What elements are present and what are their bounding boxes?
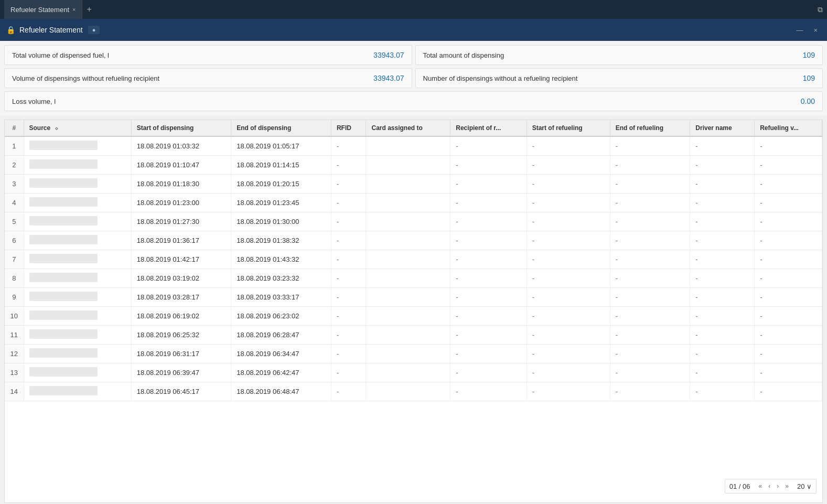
last-page-button[interactable]: » [783,481,791,491]
cell-start-dispensing: 18.08.2019 01:18:30 [131,175,231,194]
cell-row-num: 10 [5,307,24,326]
cell-end-refueling: - [610,250,690,269]
app-bar-actions: — × [793,26,821,34]
cell-source [24,212,131,231]
cell-card-assigned [366,194,450,212]
cell-source [24,363,131,382]
cell-rfid: - [331,175,366,194]
cell-start-refueling: - [527,307,610,326]
cell-rfid: - [331,307,366,326]
cell-refueling-v: - [755,250,822,269]
cell-start-refueling: - [527,212,610,231]
cell-row-num: 5 [5,212,24,231]
cell-refueling-v: - [755,231,822,250]
cell-refueling-v: - [755,345,822,363]
number-no-recipient-value: 109 [803,74,815,82]
title-bar: Refueler Statement × + ⧉ [0,0,827,19]
cell-refueling-v: - [755,156,822,175]
cell-source [24,136,131,156]
cell-recipient: - [450,326,527,345]
table-row: 7 18.08.2019 01:42:17 18.08.2019 01:43:3… [5,250,822,269]
browser-tab[interactable]: Refueler Statement × [4,0,82,19]
cell-rfid: - [331,231,366,250]
new-tab-button[interactable]: + [87,5,91,14]
cell-driver-name: - [690,288,755,307]
cell-rfid: - [331,269,366,288]
col-row-num: # [5,120,24,136]
source-cell-block [29,197,98,207]
cell-rfid: - [331,382,366,401]
cell-driver-name: - [690,382,755,401]
col-recipient: Recipient of r... [450,120,527,136]
cell-refueling-v: - [755,136,822,156]
cell-start-refueling: - [527,382,610,401]
col-source[interactable]: Source ⬦ [24,120,131,136]
data-table: # Source ⬦ Start of dispensing End of di… [5,120,822,401]
cell-driver-name: - [690,156,755,175]
tab-label: Refueler Statement [10,6,69,14]
cell-card-assigned [366,175,450,194]
cell-start-dispensing: 18.08.2019 03:19:02 [131,269,231,288]
table-row: 8 18.08.2019 03:19:02 18.08.2019 03:23:3… [5,269,822,288]
cell-refueling-v: - [755,363,822,382]
table-row: 1 18.08.2019 01:03:32 18.08.2019 01:05:1… [5,136,822,156]
close-button[interactable]: × [810,26,821,34]
cell-end-refueling: - [610,326,690,345]
cell-end-dispensing: 18.08.2019 01:20:15 [231,175,331,194]
cell-recipient: - [450,345,527,363]
cell-refueling-v: - [755,326,822,345]
cell-start-refueling: - [527,269,610,288]
source-cell-block [29,386,98,395]
data-table-container: # Source ⬦ Start of dispensing End of di… [4,120,823,503]
cell-source [24,345,131,363]
source-cell-block [29,329,98,339]
cell-recipient: - [450,212,527,231]
cell-card-assigned [366,382,450,401]
source-cell-block [29,273,98,282]
cell-source [24,307,131,326]
cell-end-dispensing: 18.08.2019 01:23:45 [231,194,331,212]
cell-start-refueling: - [527,194,610,212]
cell-start-dispensing: 18.08.2019 06:45:17 [131,382,231,401]
cell-end-dispensing: 18.08.2019 01:05:17 [231,136,331,156]
cell-start-refueling: - [527,363,610,382]
first-page-button[interactable]: « [757,481,765,491]
source-cell-block [29,141,98,150]
page-size-dropdown-icon[interactable]: ∨ [807,482,812,490]
cell-end-refueling: - [610,175,690,194]
cell-rfid: - [331,156,366,175]
cell-end-refueling: - [610,212,690,231]
cell-source [24,194,131,212]
col-driver-name: Driver name [690,120,755,136]
prev-page-button[interactable]: ‹ [766,481,772,491]
cell-start-refueling: - [527,250,610,269]
window-icon: ⧉ [818,5,823,14]
tab-close-button[interactable]: × [72,6,76,13]
cell-source [24,250,131,269]
minimize-button[interactable]: — [793,26,806,34]
cell-recipient: - [450,175,527,194]
cell-driver-name: - [690,363,755,382]
next-page-button[interactable]: › [775,481,781,491]
cell-row-num: 9 [5,288,24,307]
table-row: 14 18.08.2019 06:45:17 18.08.2019 06:48:… [5,382,822,401]
cell-refueling-v: - [755,307,822,326]
table-row: 2 18.08.2019 01:10:47 18.08.2019 01:14:1… [5,156,822,175]
app-status-badge: ● [88,26,100,34]
cell-start-dispensing: 18.08.2019 03:28:17 [131,288,231,307]
cell-row-num: 2 [5,156,24,175]
col-card-assigned: Card assigned to [366,120,450,136]
cell-start-dispensing: 18.08.2019 01:03:32 [131,136,231,156]
cell-row-num: 3 [5,175,24,194]
cell-rfid: - [331,345,366,363]
cell-card-assigned [366,307,450,326]
cell-card-assigned [366,136,450,156]
table-row: 11 18.08.2019 06:25:32 18.08.2019 06:28:… [5,326,822,345]
cell-start-dispensing: 18.08.2019 01:42:17 [131,250,231,269]
cell-row-num: 14 [5,382,24,401]
cell-recipient: - [450,231,527,250]
cell-end-refueling: - [610,269,690,288]
number-no-recipient-label: Number of dispensings without a refuelin… [423,74,578,82]
total-volume-value: 33943.07 [373,51,404,59]
lock-icon: 🔒 [6,26,15,34]
